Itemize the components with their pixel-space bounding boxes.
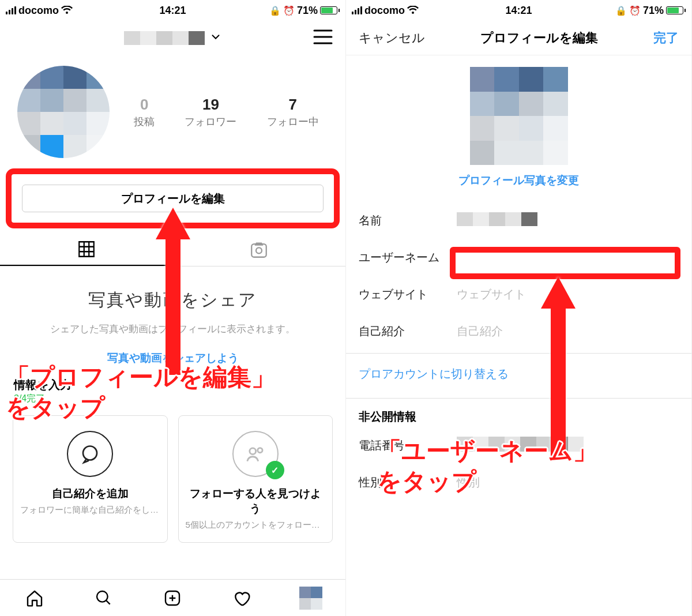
tab-tagged[interactable]	[173, 233, 346, 266]
change-photo-link[interactable]: プロフィール写真を変更	[458, 173, 579, 188]
followers-label: フォロワー	[185, 115, 236, 129]
bottom-nav	[0, 579, 345, 616]
field-bio[interactable]: 自己紹介 自己紹介	[346, 313, 691, 350]
field-name[interactable]: 名前	[346, 202, 691, 239]
nav-home-icon[interactable]	[23, 587, 46, 610]
clock-label: 14:21	[0, 5, 345, 17]
following-count: 7	[267, 96, 319, 114]
clock-label: 14:21	[346, 5, 691, 17]
username-highlight	[450, 247, 680, 279]
username-label: ユーザーネーム	[359, 250, 457, 265]
profile-screen: docomo 14:21 🔒 ⏰ 71%	[0, 0, 346, 616]
bio-label: 自己紹介	[359, 324, 457, 339]
private-info-header: 非公開情報	[346, 399, 691, 427]
switch-pro-account-link[interactable]: プロアカウントに切り替える	[346, 354, 691, 395]
svg-point-1	[256, 247, 262, 253]
tab-grid[interactable]	[0, 233, 173, 266]
avatar[interactable]	[470, 67, 568, 165]
nav-activity-icon[interactable]	[230, 587, 253, 610]
posts-count: 0	[134, 96, 155, 114]
nav-profile-icon[interactable]	[299, 587, 322, 610]
status-bar: docomo 14:21 🔒 ⏰ 71%	[0, 0, 345, 21]
edit-header: キャンセル プロフィールを編集 完了	[346, 21, 691, 55]
card-add-bio[interactable]: 自己紹介を追加 フォロワーに簡単な自己紹介をしよう。	[13, 415, 168, 543]
battery-icon	[666, 6, 686, 14]
name-value-redacted	[457, 212, 537, 226]
annotation-text-right: 「ユーザーネーム」 をタップ	[377, 436, 597, 497]
card-follow-sub: 5個以上のアカウントをフォローしよう。	[186, 520, 326, 531]
field-website[interactable]: ウェブサイト ウェブサイト	[346, 276, 691, 313]
card-bio-sub: フォロワーに簡単な自己紹介をしよう。	[20, 505, 160, 516]
card-follow-title: フォローする人を見つけよう	[186, 486, 326, 516]
annotation-arrow	[538, 277, 578, 456]
edit-title: プロフィールを編集	[480, 29, 598, 47]
chevron-down-icon[interactable]	[209, 31, 222, 46]
chat-icon	[67, 431, 113, 477]
done-button[interactable]: 完了	[653, 29, 679, 47]
svg-point-3	[250, 448, 256, 455]
check-icon: ✓	[266, 461, 284, 479]
following-label: フォロー中	[267, 115, 319, 129]
posts-label: 投稿	[134, 115, 155, 129]
svg-point-4	[258, 448, 262, 453]
username-redacted[interactable]	[124, 31, 205, 45]
stat-following[interactable]: 7 フォロー中	[267, 96, 319, 129]
edit-profile-screen: docomo 14:21 🔒 ⏰ 71% キャンセル プロフィールを編集 完了 …	[346, 0, 692, 616]
website-label: ウェブサイト	[359, 287, 457, 302]
nav-search-icon[interactable]	[92, 587, 115, 610]
svg-point-5	[97, 591, 108, 602]
followers-count: 19	[185, 96, 236, 114]
svg-rect-0	[252, 244, 267, 257]
battery-icon	[320, 6, 340, 14]
status-bar: docomo 14:21 🔒 ⏰ 71%	[346, 0, 691, 21]
annotation-arrow	[153, 208, 193, 375]
svg-point-2	[83, 446, 97, 460]
annotation-text-left: 「プロフィールを編集」 をタップ	[6, 362, 276, 423]
stat-followers[interactable]: 19 フォロワー	[185, 96, 236, 129]
stat-posts[interactable]: 0 投稿	[134, 96, 155, 129]
menu-icon[interactable]	[313, 29, 333, 47]
card-find-people[interactable]: ✓ フォローする人を見つけよう 5個以上のアカウントをフォローしよう。	[178, 415, 333, 543]
avatar[interactable]	[17, 66, 110, 158]
profile-header	[0, 21, 345, 55]
cancel-button[interactable]: キャンセル	[359, 29, 425, 47]
nav-add-icon[interactable]	[161, 587, 184, 610]
name-label: 名前	[359, 213, 457, 228]
card-bio-title: 自己紹介を追加	[20, 486, 160, 501]
